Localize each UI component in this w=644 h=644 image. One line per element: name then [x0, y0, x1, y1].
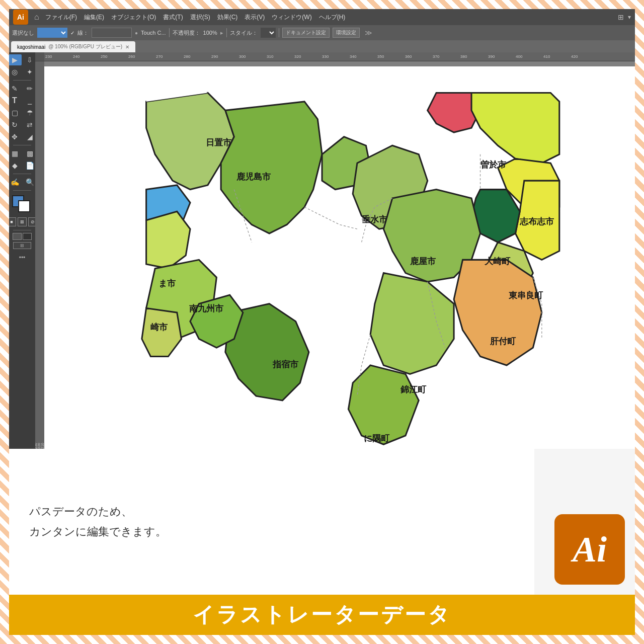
menu-format[interactable]: 書式(T)	[163, 13, 183, 22]
bar-chart-tool[interactable]: ▩	[23, 148, 37, 159]
hand-tool[interactable]: ✍	[9, 177, 22, 188]
footer-bar: イラストレーターデータ	[9, 595, 635, 635]
document-tab[interactable]: kagoshimaai @ 100% (RGB/GPU プレビュー) ✕	[11, 41, 135, 52]
canvas-area: 230 240 250 260 270 280 290 300 310 320 …	[35, 52, 635, 449]
mirror-tool[interactable]: ⇄	[23, 119, 37, 130]
ruler-top: 230 240 250 260 270 280 290 300 310 320 …	[35, 52, 635, 61]
more-tools-dots[interactable]: •••	[19, 254, 26, 261]
rect-tool[interactable]: ▢	[9, 107, 22, 118]
tool-separator-5	[13, 230, 31, 230]
blend-tool[interactable]: ◆	[9, 160, 22, 171]
label-kinko: 錦江町	[400, 384, 427, 394]
more-tools: ⊞	[13, 242, 31, 249]
tool-row-2: ◎ ✦	[9, 66, 37, 77]
label-shibushi: 志布志市	[519, 216, 554, 226]
doc-settings-button[interactable]: ドキュメント設定	[282, 28, 330, 38]
selection-tool[interactable]: ▶	[9, 54, 22, 65]
tool-row-5: ▢ ☂	[9, 107, 37, 118]
grid-icon[interactable]: ⊞	[618, 13, 624, 21]
label-minamikyushu: 南九州市	[189, 303, 224, 313]
menu-effect[interactable]: 効果(C)	[217, 13, 238, 22]
ruler-300: 300	[238, 54, 266, 59]
direct-selection-tool[interactable]: ⇩	[23, 54, 37, 65]
tool-separator-1	[13, 80, 31, 80]
ruler-corner	[35, 52, 44, 61]
menu-right: ⊞ ▾	[618, 13, 631, 21]
menu-select[interactable]: 選択(S)	[190, 13, 210, 22]
menu-view[interactable]: 表示(V)	[245, 13, 265, 22]
scale-tool[interactable]: ✥	[9, 131, 22, 142]
home-icon[interactable]: ⌂	[34, 13, 39, 22]
ruler-v-220: 220	[37, 78, 41, 449]
tabbar: kagoshimaai @ 100% (RGB/GPU プレビュー) ✕	[9, 40, 635, 52]
label-ibusuki: 指宿市	[272, 359, 299, 369]
warp-tool[interactable]: ◢	[23, 131, 37, 142]
magic-wand-tool[interactable]: ✦	[23, 66, 37, 77]
touch-preview: ●	[135, 30, 138, 36]
extra-icon[interactable]: ≫	[365, 29, 372, 37]
stroke-color[interactable]	[18, 200, 30, 212]
stroke-input[interactable]	[92, 28, 132, 38]
description-line1: パスデータのため、	[29, 502, 167, 522]
env-settings-button[interactable]: 環境設定	[333, 28, 360, 38]
text-tool[interactable]: T	[9, 95, 22, 106]
work-area: ▶ ⇩ ◎ ✦ ✎ ✏ T ⎯	[9, 52, 635, 449]
menu-file[interactable]: ファイル(F)	[45, 13, 77, 22]
ruler-240: 240	[72, 54, 100, 59]
label-soo: 曽於市	[480, 159, 507, 170]
tool-separator-2	[13, 145, 31, 145]
stack-tool[interactable]: ⊞	[13, 242, 31, 249]
color-swatches	[12, 195, 32, 213]
description-line2: カンタンに編集できます。	[29, 522, 167, 542]
canvas-viewport[interactable]: 日置市 鹿児島市 垂水市 鹿屋市 曽於市 志布志市 大崎町 東串良町 南九州市	[44, 61, 635, 449]
description-text: パスデータのため、 カンタンに編集できます。	[29, 502, 167, 541]
ruler-320: 320	[293, 54, 321, 59]
menu-help[interactable]: ヘルプ(H)	[319, 13, 346, 22]
tab-close-button[interactable]: ✕	[125, 44, 129, 50]
view-mode-2[interactable]	[23, 233, 32, 240]
pen-tool[interactable]: ✎	[9, 83, 22, 94]
menu-arrow[interactable]: ▾	[628, 14, 631, 21]
toolbar: 選択なし ✓ 線： ● Touch C... 不透明度： 100% ▸ スタイル…	[9, 25, 635, 40]
content-box: Ai ⌂ ファイル(F) 編集(E) オブジェクト(O) 書式(T) 選択(S)…	[9, 9, 635, 635]
zoom-tool[interactable]: 🔍	[23, 177, 37, 188]
ruler-280: 280	[183, 54, 210, 59]
menu-window[interactable]: ウィンドウ(W)	[272, 13, 311, 22]
rotate-tool[interactable]: ↻	[9, 119, 22, 130]
ai-logo-small: Ai	[13, 10, 28, 25]
gradient-mode[interactable]: ⊠	[18, 217, 27, 226]
opacity-arrow[interactable]: ▸	[220, 30, 223, 36]
ai-illustrator-logo: Ai	[554, 514, 625, 585]
pencil-tool[interactable]: ✏	[23, 83, 37, 94]
brush-tool[interactable]: ☂	[23, 107, 37, 118]
style-select[interactable]	[261, 28, 276, 38]
view-mode-buttons	[13, 233, 32, 240]
color-mode[interactable]: ■	[9, 217, 16, 226]
menu-edit[interactable]: 編集(E)	[84, 13, 104, 22]
view-mode-1[interactable]	[13, 233, 22, 240]
toolbar-separator-1	[169, 28, 170, 37]
menu-object[interactable]: オブジェクト(O)	[111, 13, 156, 22]
eyedrop-tool[interactable]: 📄	[23, 160, 37, 171]
line-tool[interactable]: ⎯	[23, 95, 37, 106]
label-saki: 崎市	[150, 322, 168, 332]
bottom-right-logo: Ai	[534, 449, 635, 595]
ruler-250: 250	[100, 54, 127, 59]
toolbar-separator-2	[226, 28, 227, 37]
fill-select[interactable]	[37, 28, 67, 38]
ruler-290: 290	[210, 54, 238, 59]
touch-label: Touch C...	[141, 30, 166, 36]
selection-label: 選択なし	[12, 29, 34, 37]
ruler-390: 390	[487, 54, 515, 59]
label-tarumizu: 垂水市	[362, 214, 388, 224]
ai-interface: Ai ⌂ ファイル(F) 編集(E) オブジェクト(O) 書式(T) 選択(S)…	[9, 9, 635, 449]
label-kanoya: 鹿屋市	[410, 256, 436, 266]
tool-row-9: ◆ 📄	[9, 160, 37, 171]
ruler-360: 360	[404, 54, 432, 59]
lasso-tool[interactable]: ◎	[9, 66, 22, 77]
opacity-value: 100%	[203, 30, 217, 36]
label-osaki: 大崎町	[484, 256, 511, 266]
graph-tool[interactable]: ▦	[9, 148, 22, 159]
stack-icon: ⊞	[20, 243, 24, 248]
menubar: Ai ⌂ ファイル(F) 編集(E) オブジェクト(O) 書式(T) 選択(S)…	[9, 9, 635, 25]
